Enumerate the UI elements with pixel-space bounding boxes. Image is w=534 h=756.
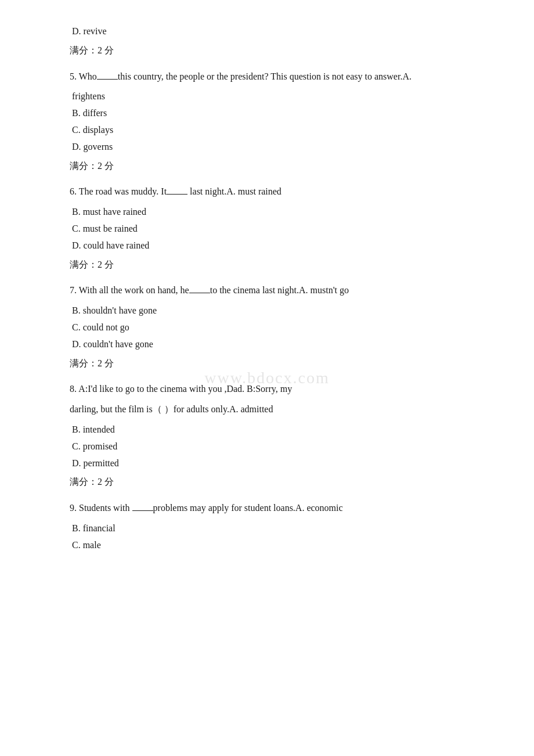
q5-number: 5. (70, 71, 77, 81)
q6-score: 满分：2 分 (70, 257, 499, 273)
q8-body: A:I'd like to go to the cinema with you … (78, 384, 292, 394)
q5-optionD: D. governs (72, 139, 499, 156)
q8-body-cont: darling, but the film is（ ）for adults on… (70, 404, 273, 414)
q8-optionC: C. promised (72, 438, 499, 455)
question-8-text-cont: darling, but the film is（ ）for adults on… (70, 401, 499, 418)
q7-optionC: C. could not go (72, 319, 499, 336)
q6-optionD: D. could have rained (72, 237, 499, 254)
question-6-text: 6. The road was muddy. It last night.A. … (70, 183, 499, 200)
q5-optionA-sub: frightens (72, 88, 499, 105)
question-5-block: 5. Whothis country, the people or the pr… (70, 69, 499, 175)
q4-score: 满分：2 分 (70, 42, 499, 59)
q9-body: Students with problems may apply for stu… (79, 503, 343, 513)
q5-body: Whothis country, the people or the presi… (79, 71, 412, 81)
question-7-block: 7. With all the work on hand, heto the c… (70, 282, 499, 372)
question-9-text: 9. Students with problems may apply for … (70, 500, 499, 517)
q6-number: 6. (70, 186, 77, 196)
question-9-block: 9. Students with problems may apply for … (70, 500, 499, 553)
q8-optionD: D. permitted (72, 455, 499, 472)
q6-optionB: B. must have rained (72, 204, 499, 221)
q7-blank (189, 293, 210, 293)
q9-optionC: C. male (72, 537, 499, 554)
option-d-revive-block: D. revive 满分：2 分 (70, 23, 499, 59)
q5-score: 满分：2 分 (70, 158, 499, 175)
question-8-block: 8. A:I'd like to go to the cinema with y… (70, 381, 499, 491)
q7-number: 7. (70, 285, 77, 295)
q7-optionB: B. shouldn't have gone (72, 303, 499, 319)
q6-blank (167, 194, 187, 195)
q5-optionC: C. displays (72, 122, 499, 139)
q7-body: With all the work on hand, heto the cine… (79, 285, 349, 295)
q5-blank (97, 79, 118, 80)
q9-number: 9. (70, 503, 77, 513)
q6-body: The road was muddy. It last night.A. mus… (79, 186, 282, 196)
question-8-text: 8. A:I'd like to go to the cinema with y… (70, 381, 499, 398)
question-7-text: 7. With all the work on hand, heto the c… (70, 282, 499, 299)
q7-score: 满分：2 分 (70, 355, 499, 372)
q9-blank (132, 510, 153, 511)
q9-optionB: B. financial (72, 520, 499, 537)
question-6-block: 6. The road was muddy. It last night.A. … (70, 183, 499, 273)
q5-optionB: B. differs (72, 105, 499, 122)
q8-optionB: B. intended (72, 422, 499, 438)
q6-optionC: C. must be rained (72, 221, 499, 237)
q7-optionD: D. couldn't have gone (72, 336, 499, 353)
q8-score: 满分：2 分 (70, 474, 499, 491)
question-5-text: 5. Whothis country, the people or the pr… (70, 69, 499, 85)
option-d-revive: D. revive (72, 23, 499, 40)
q8-number: 8. (70, 384, 77, 394)
